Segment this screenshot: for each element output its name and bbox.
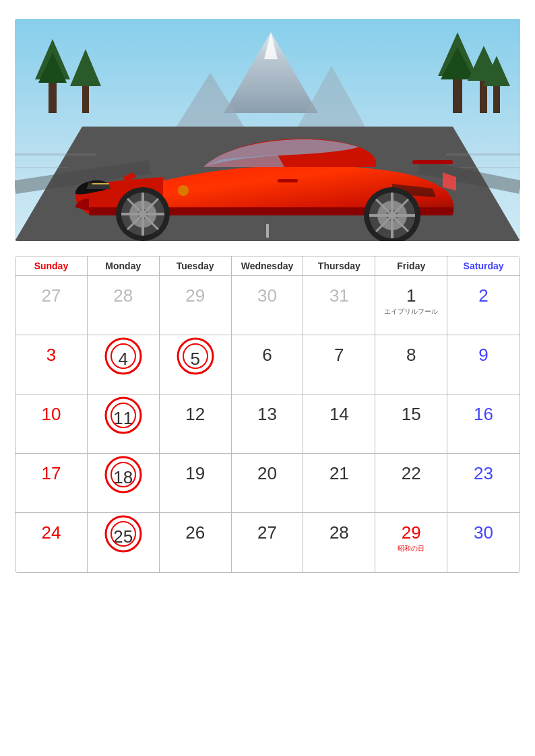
calendar-cell-2: 2 [447, 276, 520, 335]
day-number: 5 [190, 349, 199, 370]
calendar-cell-4: 4 [88, 335, 160, 394]
calendar-cell-29: 29 [160, 276, 232, 335]
holiday-label: 昭和の日 [398, 545, 424, 553]
calendar-cell-10: 10 [15, 394, 88, 454]
day-number: 30 [257, 285, 277, 306]
day-number: 8 [406, 345, 416, 366]
calendar-cell-31: 31 [303, 276, 375, 335]
day-number: 18 [113, 467, 133, 488]
calendar-cell-17: 17 [15, 454, 88, 513]
header-friday: Friday [375, 256, 447, 276]
calendar-cell-15: 15 [375, 394, 447, 454]
day-number: 27 [41, 285, 61, 306]
svg-rect-44 [15, 167, 69, 168]
calendar-cell-8: 8 [375, 335, 447, 394]
header-thursday: Thursday [303, 256, 375, 276]
header-tuesday: Tuesday [160, 256, 232, 276]
svg-rect-15 [493, 83, 500, 113]
calendar-cell-28: 28 [88, 276, 160, 335]
calendar-cell-21: 21 [303, 454, 375, 513]
car-image [15, 19, 520, 241]
calendar-cell-13: 13 [232, 394, 304, 454]
day-number: 6 [262, 345, 272, 366]
calendar-cell-26: 26 [160, 513, 232, 572]
svg-rect-43 [15, 153, 96, 156]
calendar-cell-27: 27 [15, 276, 88, 335]
calendar-cell-1: 1エイプリルフール [375, 276, 447, 335]
day-number: 12 [185, 404, 205, 425]
day-number: 17 [41, 463, 61, 484]
day-number: 19 [185, 463, 205, 484]
day-number: 25 [113, 526, 133, 547]
day-number: 30 [474, 522, 493, 543]
svg-rect-41 [412, 160, 453, 164]
day-number: 26 [185, 522, 205, 543]
calendar-cell-30: 30 [447, 513, 520, 572]
day-number: 21 [329, 463, 349, 484]
day-number: 29 [185, 285, 205, 306]
header-monday: Monday [88, 256, 160, 276]
day-number: 14 [329, 404, 349, 425]
header-saturday: Saturday [447, 256, 520, 276]
calendar-cell-22: 22 [375, 454, 447, 513]
page: Sunday Monday Tuesday Wednesday Thursday… [0, 0, 535, 756]
day-number: 28 [113, 285, 133, 306]
day-number: 24 [41, 522, 61, 543]
day-number: 29 [402, 522, 421, 543]
svg-rect-46 [460, 167, 520, 168]
calendar-cell-20: 20 [232, 454, 304, 513]
calendar-cell-30: 30 [232, 276, 304, 335]
day-number: 4 [119, 349, 128, 370]
calendar-cell-24: 24 [15, 513, 88, 572]
calendar-cell-25: 25 [88, 513, 160, 572]
svg-rect-45 [446, 153, 520, 156]
calendar-cell-18: 18 [88, 454, 160, 513]
calendar-cell-3: 3 [15, 335, 88, 394]
calendar-cell-27: 27 [232, 513, 304, 572]
day-number: 27 [257, 522, 277, 543]
calendar-cell-14: 14 [303, 394, 375, 454]
day-number: 1 [406, 285, 416, 306]
calendar-cell-7: 7 [303, 335, 375, 394]
day-number: 28 [329, 522, 349, 543]
day-number: 22 [402, 463, 421, 484]
day-number: 31 [329, 285, 349, 306]
calendar-cell-11: 11 [88, 394, 160, 454]
day-number: 9 [478, 345, 488, 366]
header-sunday: Sunday [15, 256, 88, 276]
calendar-cell-16: 16 [447, 394, 520, 454]
calendar-cell-23: 23 [447, 454, 520, 513]
calendar: Sunday Monday Tuesday Wednesday Thursday… [15, 256, 520, 573]
calendar-cell-6: 6 [232, 335, 304, 394]
holiday-label: エイプリルフール [384, 308, 438, 316]
day-number: 11 [113, 408, 133, 429]
day-number: 23 [474, 463, 493, 484]
calendar-cell-19: 19 [160, 454, 232, 513]
day-number: 13 [257, 404, 277, 425]
svg-point-42 [178, 185, 189, 196]
calendar-cell-5: 5 [160, 335, 232, 394]
calendar-cell-28: 28 [303, 513, 375, 572]
calendar-body: 27282930311エイプリルフール234567891011121314151… [15, 276, 520, 572]
day-number: 2 [478, 285, 488, 306]
calendar-cell-9: 9 [447, 335, 520, 394]
day-number: 7 [334, 345, 344, 366]
calendar-header: Sunday Monday Tuesday Wednesday Thursday… [15, 256, 520, 276]
calendar-cell-29: 29昭和の日 [375, 513, 447, 572]
day-number: 10 [41, 404, 61, 425]
calendar-cell-12: 12 [160, 394, 232, 454]
day-number: 16 [474, 404, 493, 425]
day-number: 15 [402, 404, 421, 425]
header-wednesday: Wednesday [232, 256, 304, 276]
svg-rect-40 [278, 179, 298, 182]
day-number: 20 [257, 463, 277, 484]
day-number: 3 [46, 345, 56, 366]
